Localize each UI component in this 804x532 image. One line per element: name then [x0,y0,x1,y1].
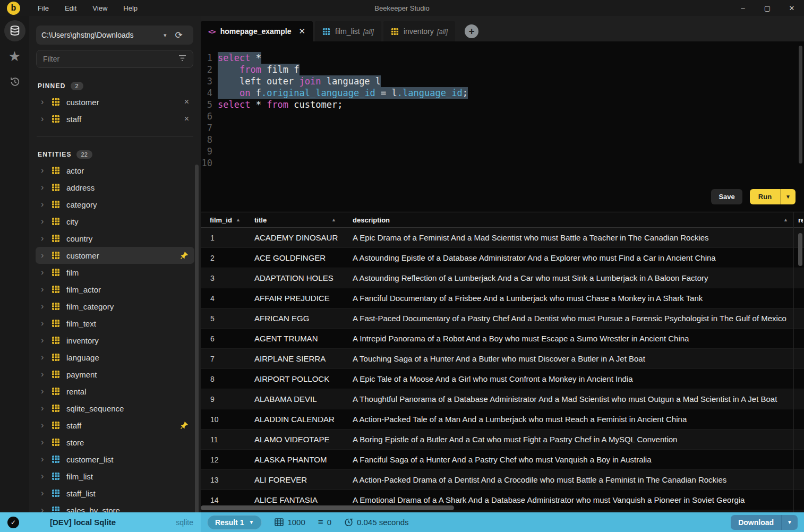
tab-inventory[interactable]: inventory[all] [383,21,455,41]
table-row[interactable]: 13ALI FOREVERA Action-Packed Drama of a … [201,470,804,490]
chevron-right-icon[interactable]: › [41,285,52,294]
chevron-right-icon[interactable]: › [41,319,52,328]
sidebar-item-customer[interactable]: ›customer [36,247,194,264]
sidebar-item-staff_list[interactable]: ›staff_list [36,485,194,502]
chevron-right-icon[interactable]: › [41,454,52,464]
chevron-right-icon[interactable]: › [41,505,52,512]
sidebar-scrollbar[interactable] [195,165,199,512]
sidebar-item-actor[interactable]: ›actor [36,162,194,179]
chevron-right-icon[interactable]: › [41,336,52,345]
save-button[interactable]: Save [711,189,742,204]
new-tab-button[interactable]: + [465,24,478,38]
chevron-right-icon[interactable]: › [41,302,52,311]
chevron-right-icon[interactable]: › [41,200,52,209]
sidebar-item-sqlite_sequence[interactable]: ›sqlite_sequence [36,400,194,417]
horizontal-scrollbar[interactable] [201,505,454,510]
sidebar-item-address[interactable]: ›address [36,179,194,196]
unpin-close-icon[interactable]: × [184,97,189,107]
vertical-scrollbar[interactable] [798,233,802,266]
menu-edit[interactable]: Edit [57,2,84,14]
sql-editor[interactable]: 1select *2 from film f3 left outer join … [201,41,804,211]
chevron-right-icon[interactable]: › [41,353,52,362]
chevron-right-icon[interactable]: › [41,404,52,413]
chevron-right-icon[interactable]: › [41,387,52,396]
table-row[interactable]: 11ALAMO VIDEOTAPEA Boring Epistle of a B… [201,430,804,450]
tab-close-icon[interactable]: ✕ [299,27,306,36]
favorites-icon[interactable]: ★ [4,46,25,67]
table-row[interactable]: 9ALABAMA DEVILA Thoughtful Panorama of a… [201,389,804,409]
table-row[interactable]: 10ALADDIN CALENDARA Action-Packed Tale o… [201,409,804,430]
table-row[interactable]: 1ACADEMY DINOSAURA Epic Drama of a Femin… [201,228,804,248]
download-button[interactable]: Download [731,515,781,530]
chevron-right-icon[interactable]: › [41,488,52,498]
database-tab-icon[interactable] [4,20,25,41]
download-options-caret-icon[interactable]: ▼ [781,515,798,530]
sidebar-item-payment[interactable]: ›payment [36,366,194,383]
tab-film_list[interactable]: film_list[all] [315,21,381,41]
table-row[interactable]: 6AGENT TRUMANA Intrepid Panorama of a Ro… [201,329,804,349]
filter-input[interactable]: Filter [36,50,193,68]
sidebar-item-film_category[interactable]: ›film_category [36,298,194,315]
chevron-right-icon[interactable]: › [41,251,52,260]
table-row[interactable]: 12ALASKA PHANTOMA Fanciful Saga of a Hun… [201,450,804,470]
connection-status[interactable]: ✓ [DEV] local Sqlite sqlite [0,512,201,532]
pin-icon[interactable] [180,252,188,260]
sidebar-item-category[interactable]: ›category [36,196,194,213]
run-button[interactable]: Run [750,189,780,204]
maximize-icon[interactable]: ▢ [755,4,780,12]
editor-scrollbar[interactable] [799,46,802,164]
history-icon[interactable] [4,71,25,92]
column-header-description[interactable]: description ▲ [341,212,804,228]
pin-icon[interactable] [180,422,188,430]
sidebar-item-customer_list[interactable]: ›customer_list [36,451,194,468]
menu-help[interactable]: Help [115,2,146,14]
chevron-right-icon[interactable]: › [41,166,52,175]
sidebar-item-country[interactable]: ›country [36,230,194,247]
close-icon[interactable]: ✕ [780,4,804,12]
chevron-right-icon[interactable]: › [41,217,52,226]
sidebar-divider [37,136,193,136]
sidebar-item-store[interactable]: ›store [36,434,194,451]
menu-view[interactable]: View [84,2,115,14]
sidebar-item-film_list[interactable]: ›film_list [36,468,194,485]
chevron-right-icon[interactable]: › [41,437,52,447]
sidebar-item-film_actor[interactable]: ›film_actor [36,281,194,298]
chevron-right-icon[interactable]: › [41,421,52,430]
column-header-title[interactable]: title ▲ [243,212,341,228]
sidebar-item-language[interactable]: ›language [36,349,194,366]
menu-file[interactable]: File [30,2,57,14]
run-options-caret-icon[interactable]: ▼ [780,189,796,204]
table-row[interactable]: 5AFRICAN EGGA Fast-Paced Documentary of … [201,308,804,329]
chevron-right-icon[interactable]: › [41,183,52,192]
sidebar-item-staff[interactable]: ›staff× [36,110,194,127]
column-header-partial[interactable]: re [798,216,803,224]
refresh-icon[interactable]: ⟳ [175,30,183,41]
table-row[interactable]: 8AIRPORT POLLOCKA Epic Tale of a Moose A… [201,369,804,389]
sidebar-item-inventory[interactable]: ›inventory [36,332,194,349]
sidebar-item-city[interactable]: ›city [36,213,194,230]
sidebar-item-sales_by_store[interactable]: ›sales_by_store [36,502,194,512]
main-panel: <>homepage_example✕film_list[all]invento… [201,16,804,512]
chevron-right-icon[interactable]: › [41,370,52,379]
minimize-icon[interactable]: – [731,4,755,12]
table-row[interactable]: 3ADAPTATION HOLESA Astounding Reflection… [201,268,804,288]
result-selector[interactable]: Result 1 ▼ [207,515,262,530]
table-row[interactable]: 2ACE GOLDFINGERA Astounding Epistle of a… [201,248,804,268]
column-header-film-id[interactable]: film_id ▲ [201,212,243,228]
sidebar-item-film_text[interactable]: ›film_text [36,315,194,332]
chevron-right-icon[interactable]: › [41,234,52,243]
sidebar-item-rental[interactable]: ›rental [36,383,194,400]
chevron-right-icon[interactable]: › [41,114,52,124]
sidebar-item-staff[interactable]: ›staff [36,417,194,434]
chevron-right-icon[interactable]: › [41,471,52,481]
connection-dropdown[interactable]: C:\Users\ghstng\Downloads ▾ ⟳ [36,25,193,45]
cell-title: ALABAMA DEVIL [243,394,341,404]
sidebar-item-film[interactable]: ›film [36,264,194,281]
unpin-close-icon[interactable]: × [184,114,189,124]
tab-homepage_example[interactable]: <>homepage_example✕ [201,21,313,41]
sidebar-item-customer[interactable]: ›customer× [36,93,194,110]
chevron-right-icon[interactable]: › [41,97,52,107]
chevron-right-icon[interactable]: › [41,268,52,277]
table-row[interactable]: 4AFFAIR PREJUDICEA Fanciful Documentary … [201,288,804,308]
table-row[interactable]: 7AIRPLANE SIERRAA Touching Saga of a Hun… [201,349,804,369]
